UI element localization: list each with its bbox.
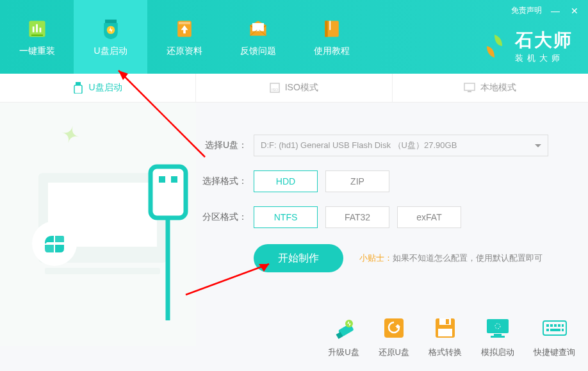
tool-shortcut-query[interactable]: 快捷键查询 [534, 315, 575, 358]
nav-feedback[interactable]: 反馈问题 [221, 0, 295, 74]
nav-label: U盘启动 [94, 45, 127, 57]
svg-rect-23 [151, 167, 186, 218]
minimize-button[interactable]: — [550, 6, 561, 16]
svg-rect-2 [36, 24, 38, 32]
tool-label: 升级U盘 [328, 347, 359, 358]
svg-rect-17 [464, 83, 475, 90]
svg-rect-9 [252, 23, 264, 31]
select-format-label: 选择格式： [202, 176, 247, 187]
nav-label: 还原资料 [167, 45, 202, 57]
select-usb-label: 选择U盘： [202, 140, 247, 151]
svg-rect-43 [558, 324, 560, 327]
svg-rect-45 [546, 329, 549, 331]
nav-label: 一键重装 [19, 45, 55, 57]
bottom-toolbar: 升级U盘 还原U盘 格式转换 模拟启动 快捷键查询 [328, 315, 575, 358]
svg-rect-33 [446, 319, 449, 324]
tab-label: ISO模式 [285, 82, 318, 94]
keyboard-icon [541, 315, 568, 342]
svg-point-22 [32, 221, 77, 266]
tool-format-convert[interactable]: 格式转换 [429, 315, 462, 358]
partition-fat32-button[interactable]: FAT32 [325, 206, 389, 228]
hint-label: 小贴士： [359, 253, 393, 263]
svg-rect-40 [546, 324, 549, 327]
brand: 石大师 装机大师 [480, 28, 573, 64]
tool-label: 快捷键查询 [534, 347, 575, 358]
nav-reinstall[interactable]: 一键重装 [0, 0, 74, 74]
svg-rect-34 [438, 329, 452, 336]
tool-label: 模拟启动 [481, 347, 514, 358]
mode-tabs: U盘启动 ISO ISO模式 本地模式 [0, 74, 588, 103]
form-panel: 选择U盘： D:F: (hd1) General USB Flash Disk … [196, 103, 588, 346]
illustration-panel [0, 103, 196, 346]
svg-rect-14 [74, 85, 82, 94]
tab-label: U盘启动 [88, 82, 122, 94]
tab-iso-mode[interactable]: ISO ISO模式 [196, 74, 393, 102]
usb-select-value: D:F: (hd1) General USB Flash Disk （U盘）27… [261, 140, 457, 151]
chart-icon [26, 17, 49, 40]
nav-label: 反馈问题 [240, 45, 276, 57]
nav-restore[interactable]: 还原资料 [147, 0, 221, 74]
main-content: 选择U盘： D:F: (hd1) General USB Flash Disk … [0, 103, 588, 346]
usb-upgrade-icon [330, 315, 357, 342]
svg-rect-1 [32, 26, 34, 32]
nav-tutorial[interactable]: 使用教程 [295, 0, 368, 74]
svg-rect-44 [562, 324, 564, 327]
partition-format-label: 分区格式： [202, 211, 247, 223]
monitor-boot-icon [484, 315, 511, 342]
close-button[interactable]: ✕ [569, 6, 580, 16]
hint-text: 小贴士：如果不知道怎么配置，使用默认配置即可 [359, 252, 543, 264]
svg-rect-39 [543, 321, 566, 335]
svg-rect-3 [39, 28, 41, 32]
window-controls: 免责声明 — ✕ [511, 5, 580, 16]
svg-rect-11 [325, 21, 328, 37]
nav-label: 使用教程 [314, 45, 350, 57]
partition-ntfs-button[interactable]: NTFS [254, 206, 318, 228]
iso-icon: ISO [270, 83, 280, 93]
monitor-icon [464, 83, 475, 93]
restore-icon [380, 315, 407, 342]
format-hdd-button[interactable]: HDD [254, 170, 318, 192]
app-header: 一键重装 U盘启动 还原资料 反馈问题 使用教程 免责声明 — ✕ 石大师 装机… [0, 0, 588, 74]
tool-restore-usb[interactable]: 还原U盘 [379, 315, 409, 358]
upload-icon [173, 17, 196, 40]
svg-rect-12 [329, 21, 331, 29]
svg-rect-41 [550, 324, 553, 327]
usb-select[interactable]: D:F: (hd1) General USB Flash Disk （U盘）27… [254, 135, 548, 156]
disclaimer-link[interactable]: 免责声明 [511, 5, 542, 16]
svg-rect-4 [31, 35, 43, 36]
brand-subtitle: 装机大师 [515, 53, 573, 64]
tab-usb-boot[interactable]: U盘启动 [0, 74, 196, 102]
tool-label: 格式转换 [429, 347, 462, 358]
svg-rect-8 [179, 22, 190, 24]
book-icon [320, 17, 343, 40]
svg-rect-42 [554, 324, 557, 327]
svg-text:ISO: ISO [272, 88, 279, 92]
tool-upgrade-usb[interactable]: 升级U盘 [328, 315, 359, 358]
svg-rect-37 [491, 336, 505, 338]
nav-usb-boot[interactable]: U盘启动 [74, 0, 147, 74]
partition-exfat-button[interactable]: exFAT [397, 206, 461, 228]
svg-rect-5 [105, 19, 117, 22]
svg-rect-18 [468, 91, 471, 92]
svg-rect-30 [384, 318, 404, 338]
tool-label: 还原U盘 [379, 347, 409, 358]
svg-rect-35 [487, 319, 509, 333]
svg-rect-21 [45, 268, 160, 274]
mail-icon [247, 17, 270, 40]
start-button[interactable]: 开始制作 [254, 244, 343, 272]
save-icon [432, 315, 459, 342]
tool-simulate-boot[interactable]: 模拟启动 [481, 315, 514, 358]
svg-rect-47 [562, 329, 564, 331]
svg-point-29 [345, 320, 353, 327]
shield-icon [99, 17, 122, 40]
tab-label: 本地模式 [480, 82, 516, 94]
brand-logo-icon [480, 32, 509, 60]
tab-local-mode[interactable]: 本地模式 [393, 74, 589, 102]
svg-rect-36 [494, 334, 502, 336]
svg-rect-26 [171, 176, 177, 183]
svg-rect-32 [439, 318, 451, 325]
format-zip-button[interactable]: ZIP [325, 170, 389, 192]
brand-title: 石大师 [515, 28, 573, 53]
svg-rect-25 [159, 176, 165, 183]
svg-rect-46 [550, 329, 560, 331]
